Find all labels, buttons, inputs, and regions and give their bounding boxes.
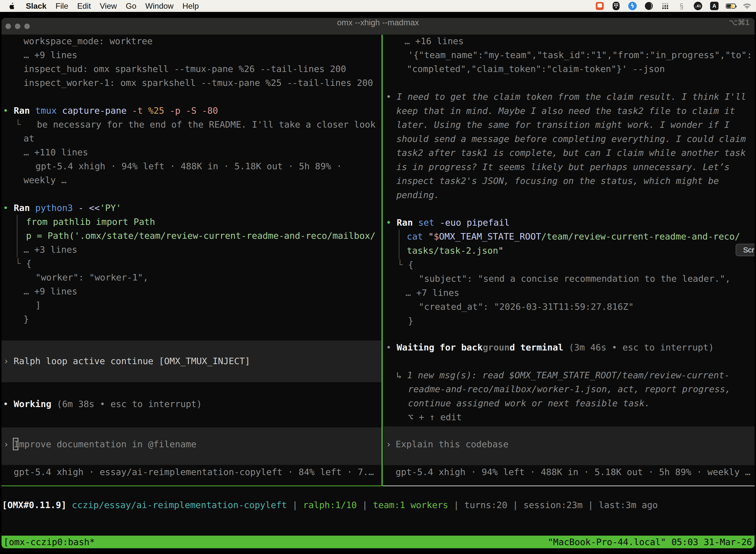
terminal-line: ] bbox=[36, 298, 41, 312]
menu-item-edit[interactable]: Edit bbox=[77, 1, 91, 11]
terminal-line: "worker": "worker-1", bbox=[36, 271, 148, 284]
prompt-text: Explain this codebase bbox=[396, 437, 508, 451]
terminal-line: keep that in mind. Maybe I also need the… bbox=[396, 104, 735, 118]
terminal-line: inspect task2's JSON, focusing on the st… bbox=[396, 174, 719, 188]
terminal-line: … +7 lines bbox=[405, 286, 459, 300]
terminal-line: } bbox=[23, 312, 29, 326]
wifi-icon[interactable] bbox=[742, 1, 752, 11]
menu-item-window[interactable]: Window bbox=[145, 1, 174, 11]
menu-app-name[interactable]: Slack bbox=[26, 1, 47, 11]
heredoc-connector-line bbox=[17, 215, 17, 258]
terminal-line: … +3 lines bbox=[23, 243, 77, 257]
terminal-line: from pathlib import Path bbox=[26, 215, 155, 229]
terminal-line: … +9 lines bbox=[23, 48, 77, 62]
menu-status-icons: ϟ § ..61 A ⚡ bbox=[595, 1, 756, 11]
terminal-line: is in progress? It seems likely but perh… bbox=[396, 160, 730, 174]
terminal-line: • Ran set -euo pipefail bbox=[386, 216, 510, 230]
window-shortcut: ⌥⌘1 bbox=[729, 18, 750, 35]
terminal-window: omx --xhigh --madmax ⌥⌘1 workspace_mode:… bbox=[1, 18, 755, 548]
prompt-text: Improve documentation in @filename bbox=[14, 437, 196, 451]
ralph-loop-banner[interactable]: ›Ralph loop active continue [OMX_TMUX_IN… bbox=[1, 340, 381, 382]
prompt-input-left[interactable]: ›Improve documentation in @filename bbox=[1, 428, 381, 465]
terminal-line: … +16 lines bbox=[404, 34, 463, 48]
prompt-chevron-icon: › bbox=[386, 437, 391, 451]
menu-bar: Slack File Edit View Go Window Help ϟ bbox=[0, 0, 756, 12]
terminal-line: continue assigned work or next feasible … bbox=[408, 396, 650, 410]
menu-item-file[interactable]: File bbox=[56, 1, 68, 11]
terminal-line: inspect_worker-1: omx sparkshell --tmux-… bbox=[23, 76, 373, 90]
dots-grid-icon[interactable] bbox=[660, 1, 670, 11]
terminal-line: ↳ 1 new msg(s): read $OMX_TEAM_STATE_ROO… bbox=[396, 368, 730, 382]
terminal-line: readme-and-reco/mailbox/worker-1.json, a… bbox=[408, 382, 731, 396]
terminal-line: • Ran python3 - <<'PY' bbox=[3, 201, 121, 215]
terminal-line: p = Path('.omx/state/team/review-current… bbox=[26, 229, 376, 243]
terminal-line: • Waiting for background terminal (3m 46… bbox=[386, 340, 714, 354]
tmux-status-bar: [omx-cczip0:bash* "MacBook-Pro-44.local"… bbox=[1, 536, 755, 548]
tmux-host-clock: "MacBook-Pro-44.local" 05:03 31-Mar-26 bbox=[548, 536, 752, 548]
window-title: omx --xhigh --madmax bbox=[1, 18, 755, 35]
screen-tooltip: Scre bbox=[736, 244, 755, 256]
terminal-line: at bbox=[23, 131, 34, 146]
terminal-line: cat "$OMX_TEAM_STATE_ROOT/team/review-cu… bbox=[407, 230, 740, 243]
terminal-line: … +110 lines bbox=[23, 146, 88, 159]
terminal-line: "subject": "send a concise recommendatio… bbox=[419, 272, 731, 286]
terminal-line: • I need to get the claim token from the… bbox=[386, 90, 746, 104]
terminal-line: tasks/task-2.json" bbox=[407, 244, 504, 258]
terminal-line: gpt-5.4 xhigh · essay/ai-reimplementatio… bbox=[14, 465, 374, 479]
terminal-line: "created_at": "2026-03-31T11:59:27.816Z" bbox=[419, 300, 634, 314]
terminal-line: • Working (6m 38s • esc to interrupt) bbox=[3, 397, 202, 411]
terminal-line: later. Using the same for transition mig… bbox=[396, 118, 730, 132]
tmux-session-label: [omx-cczip0:bash* bbox=[3, 536, 95, 548]
cat-connector-line bbox=[399, 229, 399, 259]
terminal-line: gpt-5.4 xhigh · 94% left · 488K in · 5.1… bbox=[36, 159, 342, 173]
menu-item-go[interactable]: Go bbox=[126, 1, 136, 11]
moon-icon[interactable] bbox=[644, 1, 654, 11]
prompt-input-right[interactable]: ›Explain this codebase bbox=[383, 427, 755, 465]
prompt-text: Ralph loop active continue [OMX_TMUX_INJ… bbox=[14, 354, 250, 368]
terminal-line: … +9 lines bbox=[23, 284, 77, 298]
terminal-line: } bbox=[408, 314, 414, 328]
terminal-line: workspace_mode: worktree bbox=[23, 34, 152, 48]
input-source-icon[interactable]: A bbox=[709, 1, 719, 11]
terminal-line: '{"team_name":"my-team","task_id":"1","f… bbox=[408, 48, 752, 62]
prompt-chevron-icon: › bbox=[3, 437, 9, 451]
terminal-line: pending. bbox=[396, 188, 439, 202]
pane-divider bbox=[381, 35, 383, 486]
timer-badge-icon[interactable]: ..61 bbox=[693, 1, 703, 11]
pane-bottom-border-right bbox=[383, 486, 755, 486]
terminal-line: weekly … bbox=[23, 173, 66, 187]
prompt-chevron-icon: › bbox=[3, 354, 9, 368]
battery-icon[interactable]: ⚡ bbox=[726, 1, 736, 11]
keypad-shield-icon[interactable] bbox=[611, 1, 621, 11]
terminal-line: └ { bbox=[15, 257, 32, 271]
apple-icon bbox=[9, 2, 15, 9]
menu-item-view[interactable]: View bbox=[100, 1, 117, 11]
terminal-line: └ be necessary for the end of the README… bbox=[15, 118, 376, 131]
pane-bottom-border-left bbox=[1, 486, 381, 486]
terminal-line: ⌥ + ↑ edit bbox=[408, 410, 462, 424]
window-title-bar[interactable]: omx --xhigh --madmax ⌥⌘1 bbox=[1, 18, 755, 35]
terminal-line: gpt-5.4 xhigh · 94% left · 488K in · 5.1… bbox=[396, 465, 750, 479]
menu-item-help[interactable]: Help bbox=[183, 1, 199, 11]
chat-app-icon[interactable] bbox=[595, 1, 605, 11]
terminal-line: [OMX#0.11.9] cczip/essay/ai-reimplementa… bbox=[2, 498, 658, 512]
text-cursor[interactable] bbox=[13, 438, 18, 450]
terminal-line: task2 after task1 is complete, but can I… bbox=[396, 146, 746, 160]
terminal-line: should send a message before completing … bbox=[396, 132, 746, 146]
apple-menu[interactable] bbox=[7, 1, 17, 11]
squiggle-icon[interactable]: § bbox=[677, 1, 687, 11]
terminal-line: └ { bbox=[397, 258, 414, 272]
terminal-line: • Ran tmux capture-pane -t %25 -p -S -80 bbox=[3, 104, 218, 118]
messenger-icon[interactable]: ϟ bbox=[628, 1, 637, 11]
terminal-line: "completed","claim_token":"claim-token"}… bbox=[407, 62, 665, 76]
terminal-line: inspect_hud: omx sparkshell --tmux-pane … bbox=[23, 62, 346, 76]
